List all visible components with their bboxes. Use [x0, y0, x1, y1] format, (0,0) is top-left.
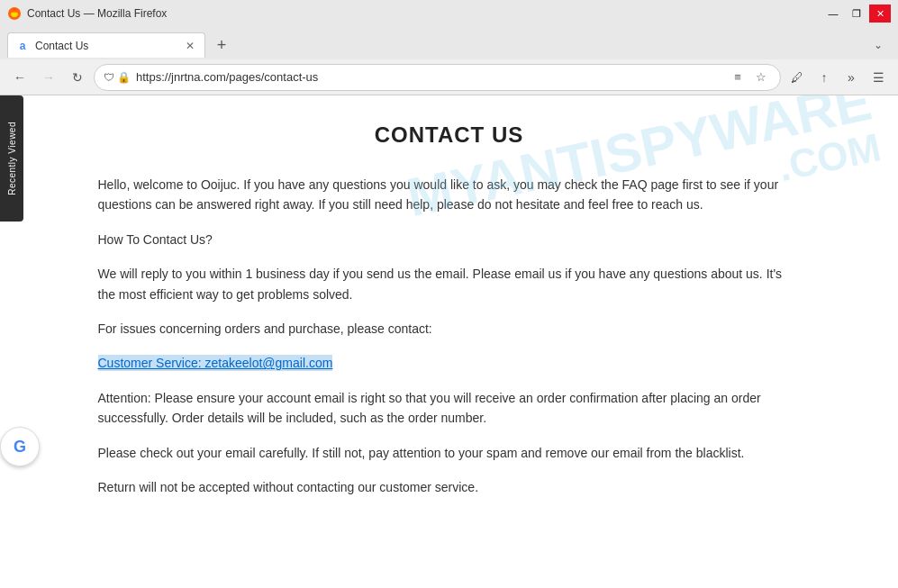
tab-label: Contact Us: [35, 40, 177, 52]
nav-right-buttons: 🖊 ↑ » ☰: [785, 65, 891, 90]
share-button[interactable]: ↑: [812, 65, 837, 90]
bookmark-button[interactable]: ☆: [751, 68, 771, 87]
check-email-paragraph: Please check out your email carefully. I…: [98, 443, 801, 463]
customer-service-email[interactable]: Customer Service: zetakeelot@gmail.com: [98, 355, 333, 371]
google-sidebar-icon[interactable]: G: [0, 427, 40, 466]
reader-view-button[interactable]: ≡: [728, 68, 748, 87]
active-tab[interactable]: a Contact Us ✕: [7, 32, 205, 58]
close-button[interactable]: ✕: [869, 5, 891, 23]
recently-viewed-sidebar[interactable]: Recently Viewed: [0, 95, 23, 222]
title-bar: Contact Us — Mozilla Firefox — ❐ ✕: [0, 0, 898, 27]
tab-bar: a Contact Us ✕ + ⌄: [0, 27, 898, 59]
url-input[interactable]: [136, 70, 722, 84]
extensions-button[interactable]: »: [839, 65, 864, 90]
content-area: CONTACT US Hello, welcome to Ooijuc. If …: [44, 95, 855, 547]
return-paragraph: Return will not be accepted without cont…: [98, 477, 801, 497]
attention-paragraph: Attention: Please ensure your account em…: [98, 388, 801, 429]
tab-overflow-button[interactable]: ⌄: [866, 32, 891, 58]
intro-paragraph: Hello, welcome to Ooijuc. If you have an…: [98, 175, 801, 215]
customer-service-line: Customer Service: zetakeelot@gmail.com: [98, 353, 801, 373]
title-bar-left: Contact Us — Mozilla Firefox: [7, 6, 167, 21]
recently-viewed-label: Recently Viewed: [7, 122, 17, 195]
reply-paragraph: We will reply to you within 1 business d…: [98, 264, 801, 304]
security-icons: 🛡 🔒: [104, 71, 131, 84]
reload-button[interactable]: ↻: [65, 65, 90, 90]
page-heading: CONTACT US: [98, 122, 801, 148]
back-button[interactable]: ←: [7, 65, 32, 90]
issues-paragraph: For issues concerning orders and purchas…: [98, 319, 801, 339]
window-title: Contact Us — Mozilla Firefox: [27, 7, 167, 20]
firefox-icon: [7, 6, 22, 21]
address-bar-actions: ≡ ☆: [728, 68, 771, 87]
how-to-contact-heading: How To Contact Us?: [98, 230, 801, 249]
menu-button[interactable]: ☰: [866, 65, 891, 90]
nav-bar: ← → ↻ 🛡 🔒 ≡ ☆ 🖊 ↑ » ☰: [0, 59, 898, 95]
tab-close-button[interactable]: ✕: [183, 39, 197, 53]
window-controls: — ❐ ✕: [822, 5, 891, 23]
forward-button[interactable]: →: [36, 65, 61, 90]
new-tab-button[interactable]: +: [209, 32, 234, 58]
minimize-button[interactable]: —: [822, 5, 844, 23]
pocket-button[interactable]: 🖊: [785, 65, 810, 90]
shield-icon: 🛡: [104, 71, 114, 84]
maximize-button[interactable]: ❐: [846, 5, 867, 23]
tab-favicon: a: [15, 39, 30, 53]
page-content: MYANTISPYWARE .COM CONTACT US Hello, wel…: [0, 95, 898, 588]
lock-icon: 🔒: [117, 71, 131, 84]
address-bar: 🛡 🔒 ≡ ☆: [94, 64, 781, 91]
